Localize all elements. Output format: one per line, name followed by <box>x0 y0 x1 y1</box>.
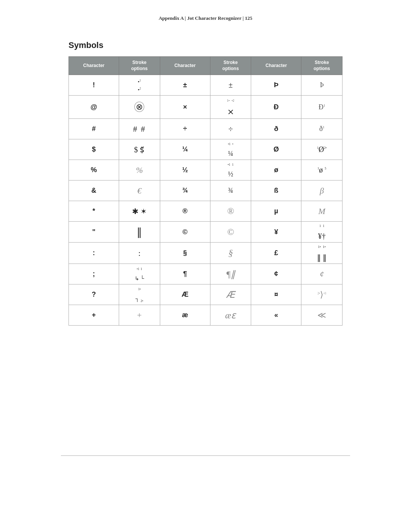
stroke-cell: ð1 <box>301 119 342 139</box>
stroke-cell: + <box>119 305 160 326</box>
table-header-row: Character Strokeoptions Character Stroke… <box>69 57 342 75</box>
stroke-cell: ® <box>210 201 251 222</box>
stroke-cell: ÷ <box>210 119 251 139</box>
col-header-char3: Character <box>251 57 301 75</box>
stroke-cell: ± <box>210 75 251 96</box>
stroke-cell: 2•⟩•3 <box>301 284 342 305</box>
char-cell: ¢ <box>251 264 301 284</box>
char-cell: ø <box>251 160 301 181</box>
page-header: Appendix A | Jot Character Recognizer | … <box>0 0 411 33</box>
stroke-cell: ∥ <box>119 222 160 243</box>
table-row: &€¾¾ßβ <box>69 181 342 201</box>
char-cell: Æ <box>160 284 210 305</box>
char-cell: + <box>69 305 119 326</box>
stroke-cell: ≪ <box>301 305 342 326</box>
stroke-cell: : <box>119 243 160 264</box>
char-cell: % <box>69 160 119 181</box>
table-row: ## #÷÷ðð1 <box>69 119 342 139</box>
table-row: "∥©©¥1 1¥† <box>69 222 342 243</box>
char-cell: « <box>251 305 301 326</box>
char-cell: @ <box>69 96 119 119</box>
content-area: Symbols Character Strokeoptions Characte… <box>0 33 411 348</box>
table-row: %%½•1 1½ø1ø 5 <box>69 160 342 181</box>
char-cell: Ð <box>251 96 301 119</box>
char-cell: & <box>69 181 119 201</box>
stroke-cell: % <box>119 160 160 181</box>
stroke-cell: 1 1¥† <box>301 222 342 243</box>
char-cell: æ <box>160 305 210 326</box>
stroke-cell: ⊗ <box>119 96 160 119</box>
table-row: ++ææɛ«≪ <box>69 305 342 326</box>
table-row: $$ $̈¼•1 •¼Ø1Ø2• <box>69 139 342 160</box>
stroke-cell: # # <box>119 119 160 139</box>
char-cell: ¤ <box>251 284 301 305</box>
stroke-cell: •1 •¼ <box>210 139 251 160</box>
char-cell: # <box>69 119 119 139</box>
char-cell: ; <box>69 264 119 284</box>
stroke-cell: æɛ <box>210 305 251 326</box>
stroke-cell: ¾ <box>210 181 251 201</box>
char-cell: ß <box>251 181 301 201</box>
stroke-cell: β <box>301 181 342 201</box>
char-cell: © <box>160 222 210 243</box>
char-cell: ® <box>160 201 210 222</box>
stroke-cell: © <box>210 222 251 243</box>
col-header-char2: Character <box>160 57 210 75</box>
stroke-cell: § <box>210 243 251 264</box>
char-cell: µ <box>251 201 301 222</box>
stroke-cell: ¢ <box>301 264 342 284</box>
char-cell: ð <box>251 119 301 139</box>
symbols-table: Character Strokeoptions Character Stroke… <box>68 56 342 326</box>
stroke-cell: M <box>301 201 342 222</box>
char-cell: * <box>69 201 119 222</box>
col-header-char1: Character <box>69 57 119 75</box>
stroke-cell: Æ̈ <box>210 284 251 305</box>
stroke-cell: 1•┐ 2• <box>119 284 160 305</box>
char-cell: $ <box>69 139 119 160</box>
stroke-cell: •1•2 <box>119 75 160 96</box>
char-cell: § <box>160 243 210 264</box>
stroke-cell: 1• 1•‖ ‖ <box>301 243 342 264</box>
char-cell: ÷ <box>160 119 210 139</box>
footer-line <box>61 455 350 456</box>
stroke-cell: •1 1½ <box>210 160 251 181</box>
char-cell: ? <box>69 284 119 305</box>
table-row: @⊗×1• •2⨯ÐÐ1 <box>69 96 342 119</box>
stroke-cell: Ð1 <box>301 96 342 119</box>
table-row: ::§§£1• 1•‖ ‖ <box>69 243 342 264</box>
table-row: ?1•┐ 2•ÆÆ̈¤2•⟩•3 <box>69 284 342 305</box>
char-cell: £ <box>251 243 301 264</box>
stroke-cell: $ $̈ <box>119 139 160 160</box>
col-header-stroke2: Strokeoptions <box>210 57 251 75</box>
char-cell: ¼ <box>160 139 210 160</box>
char-cell: ½ <box>160 160 210 181</box>
stroke-cell: ✱ ✶ <box>119 201 160 222</box>
char-cell: × <box>160 96 210 119</box>
stroke-cell: 1• •2⨯ <box>210 96 251 119</box>
stroke-cell: 1ø 5 <box>301 160 342 181</box>
table-row: ;•1 1↳ └¶¶∥¢¢ <box>69 264 342 284</box>
section-title: Symbols <box>68 40 342 50</box>
char-cell: : <box>69 243 119 264</box>
char-cell: ¥ <box>251 222 301 243</box>
char-cell: ¾ <box>160 181 210 201</box>
char-cell: Þ <box>251 75 301 96</box>
stroke-cell: •1 1↳ └ <box>119 264 160 284</box>
table-row: !•1•2±±ÞÞ <box>69 75 342 96</box>
col-header-stroke3: Strokeoptions <box>301 57 342 75</box>
char-cell: ! <box>69 75 119 96</box>
header-text: Appendix A | Jot Character Recognizer | … <box>159 15 252 21</box>
stroke-cell: Þ <box>301 75 342 96</box>
col-header-stroke1: Strokeoptions <box>119 57 160 75</box>
stroke-cell: € <box>119 181 160 201</box>
char-cell: " <box>69 222 119 243</box>
table-row: *✱ ✶®®µM <box>69 201 342 222</box>
char-cell: ¶ <box>160 264 210 284</box>
char-cell: ± <box>160 75 210 96</box>
char-cell: Ø <box>251 139 301 160</box>
stroke-cell: 1Ø2• <box>301 139 342 160</box>
stroke-cell: ¶∥ <box>210 264 251 284</box>
